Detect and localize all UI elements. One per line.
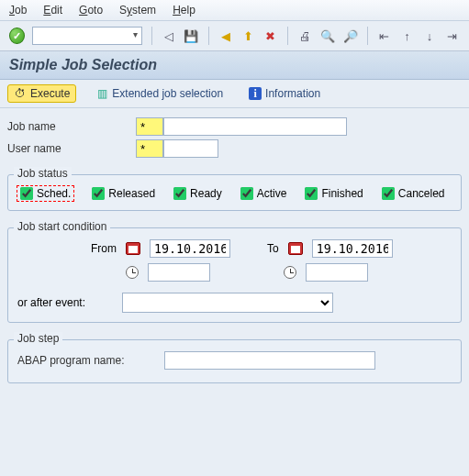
job-name-prefix[interactable]	[136, 117, 163, 136]
info-icon: i	[249, 87, 262, 100]
cancel-icon[interactable]: ✖	[263, 28, 279, 44]
menu-job[interactable]: JJobob	[9, 4, 27, 17]
selection-screen: Job name User name Job status Sched. Rel…	[0, 108, 469, 393]
extended-icon: ▥	[95, 87, 108, 100]
system-toolbar: ✓ ◁ 💾 ◀ ⬆ ✖ 🖨 🔍 🔎 ⇤ ↑ ↓ ⇥	[0, 21, 469, 51]
ready-checkbox[interactable]	[173, 187, 186, 200]
sched-checkbox[interactable]	[20, 187, 33, 200]
to-label: To	[267, 242, 279, 255]
back-icon[interactable]: ◁	[161, 28, 176, 44]
active-checkbox[interactable]	[240, 187, 253, 200]
user-name-prefix[interactable]	[136, 139, 163, 158]
clock-from-icon[interactable]	[126, 266, 139, 279]
job-name-input[interactable]	[163, 117, 347, 136]
calendar-to-icon[interactable]	[288, 242, 303, 255]
job-name-label: Job name	[7, 120, 136, 133]
abap-program-input[interactable]	[164, 351, 375, 370]
released-checkbox-wrap[interactable]: Released	[92, 186, 155, 201]
nav-back-icon[interactable]: ◀	[218, 28, 233, 44]
job-step-legend: Job step	[14, 332, 62, 345]
job-start-legend: Job start condition	[14, 220, 110, 233]
or-after-event-label: or after event:	[17, 296, 85, 309]
execute-label: Execute	[30, 87, 70, 100]
from-label: From	[91, 242, 117, 255]
date-from-input[interactable]	[150, 239, 230, 258]
job-status-legend: Job status	[14, 167, 72, 180]
calendar-from-icon[interactable]	[126, 242, 140, 255]
page-up-icon[interactable]: ↑	[399, 28, 415, 44]
page-down-icon[interactable]: ↓	[422, 28, 438, 44]
finished-checkbox-wrap[interactable]: Finished	[305, 186, 363, 201]
find-icon[interactable]: 🔍	[320, 28, 336, 44]
print-icon[interactable]: 🖨	[297, 28, 313, 44]
title-bar: Simple Job Selection	[0, 51, 469, 80]
clock-execute-icon: ⏱	[14, 87, 27, 100]
page-first-icon[interactable]: ⇤	[377, 28, 393, 44]
time-to-input[interactable]	[306, 263, 368, 282]
extended-label: Extended job selection	[112, 87, 223, 100]
released-checkbox[interactable]	[92, 187, 105, 200]
ready-checkbox-wrap[interactable]: Ready	[173, 186, 222, 201]
abap-program-label: ABAP program name:	[17, 354, 164, 367]
time-from-input[interactable]	[148, 263, 210, 282]
user-name-input[interactable]	[163, 139, 218, 158]
canceled-checkbox[interactable]	[382, 187, 395, 200]
menu-help[interactable]: Help	[173, 4, 195, 17]
user-name-label: User name	[7, 142, 136, 155]
page-title: Simple Job Selection	[9, 57, 460, 73]
event-select[interactable]	[122, 293, 333, 313]
command-field[interactable]	[32, 27, 142, 45]
page-last-icon[interactable]: ⇥	[444, 28, 460, 44]
extended-selection-button[interactable]: ▥ Extended job selection	[89, 84, 229, 103]
find-next-icon[interactable]: 🔎	[342, 28, 358, 44]
menu-edit[interactable]: Edit	[43, 4, 62, 17]
job-status-group: Job status Sched. Released Ready Active …	[7, 174, 462, 211]
ok-button[interactable]: ✓	[9, 28, 25, 44]
info-label: Information	[265, 87, 320, 100]
sched-checkbox-wrap[interactable]: Sched.	[17, 186, 73, 201]
nav-exit-icon[interactable]: ⬆	[240, 28, 256, 44]
information-button[interactable]: i Information	[242, 84, 327, 103]
canceled-checkbox-wrap[interactable]: Canceled	[382, 186, 445, 201]
menu-bar: JJobob Edit Goto System Help	[0, 0, 469, 21]
execute-button[interactable]: ⏱ Execute	[7, 84, 76, 103]
save-icon[interactable]: 💾	[184, 28, 199, 44]
finished-checkbox[interactable]	[305, 187, 318, 200]
menu-system[interactable]: System	[119, 4, 156, 17]
job-step-group: Job step ABAP program name:	[7, 339, 462, 383]
date-to-input[interactable]	[312, 239, 393, 258]
application-toolbar: ⏱ Execute ▥ Extended job selection i Inf…	[0, 80, 469, 108]
active-checkbox-wrap[interactable]: Active	[240, 186, 287, 201]
menu-goto[interactable]: Goto	[79, 4, 103, 17]
clock-to-icon[interactable]	[284, 266, 296, 279]
job-start-group: Job start condition From To or after eve…	[7, 227, 462, 323]
